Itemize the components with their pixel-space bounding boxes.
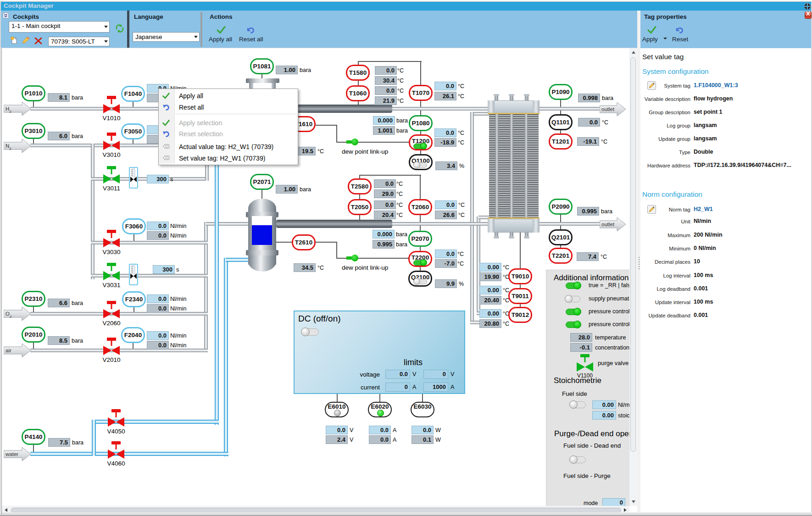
svg-text:outlet: outlet xyxy=(601,222,615,227)
svg-text:water: water xyxy=(5,451,18,457)
svg-text:outlet: outlet xyxy=(601,106,615,112)
svg-text:air: air xyxy=(6,348,11,353)
